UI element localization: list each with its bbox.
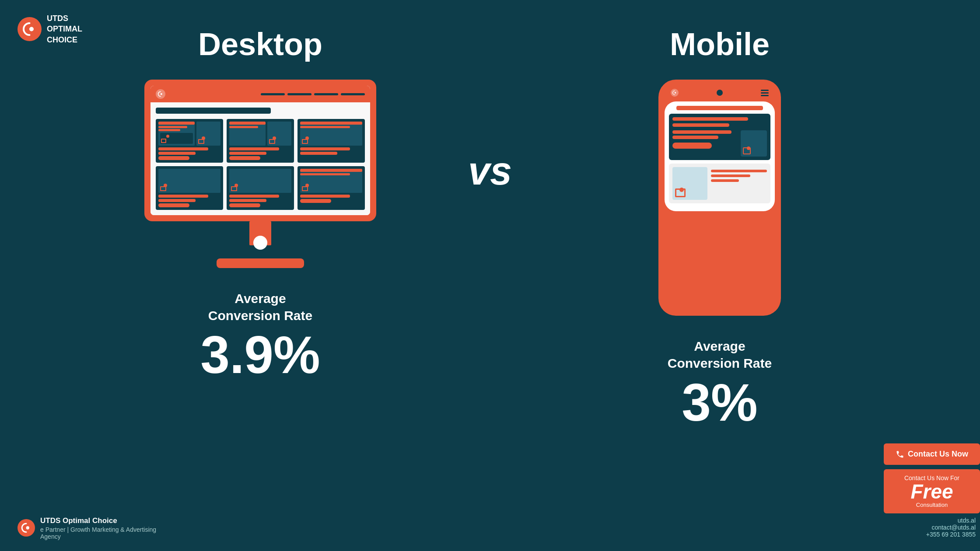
phone-camera [717, 90, 723, 96]
phone-card2-img [672, 167, 707, 200]
footer-area: UTDS Optimal Choice e Partner | Growth M… [18, 516, 156, 540]
footer-company: UTDS Optimal Choice [40, 516, 156, 526]
phone-menu-icon [761, 90, 769, 96]
cta-button-label: Contact Us Now [908, 450, 968, 459]
monitor-grid [156, 119, 365, 210]
main-content: Desktop [0, 0, 980, 551]
desktop-column: Desktop [96, 26, 424, 381]
phone-card-lines [672, 130, 738, 149]
svg-point-3 [161, 93, 162, 95]
contact-us-now-button[interactable]: Contact Us Now [884, 443, 980, 465]
monitor-topbar [150, 86, 370, 102]
mobile-stat-label: Average Conversion Rate [668, 338, 772, 372]
nav-line-4 [341, 93, 365, 95]
footer-tagline: e Partner | Growth Marketing & Advertisi… [40, 526, 156, 533]
mobile-column: Mobile [556, 26, 884, 429]
phone-card2-line-3 [711, 179, 739, 182]
mobile-stat-value: 3% [682, 376, 757, 429]
phone-screen [665, 101, 775, 211]
grid-card-5 [227, 166, 294, 210]
monitor-nav [261, 93, 365, 95]
monitor-screen [150, 86, 370, 215]
cta-email: contact@utds.al [926, 524, 976, 531]
desktop-title: Desktop [198, 26, 322, 62]
grid-card-1 [156, 119, 223, 163]
cta-contact-info: utds.al contact@utds.al +355 69 201 3855 [926, 517, 980, 538]
monitor-outer [144, 80, 376, 221]
monitor-dot [253, 236, 267, 250]
utds-logo-icon [18, 17, 42, 41]
phone-card-1 [669, 114, 770, 160]
monitor-content [150, 102, 370, 215]
svg-point-7 [26, 526, 29, 529]
monitor-header-bar [156, 108, 271, 114]
svg-point-1 [29, 27, 34, 31]
nav-line-2 [287, 93, 312, 95]
phone-notch [665, 86, 775, 100]
mobile-phone [658, 80, 781, 316]
phone-card-top [672, 130, 767, 157]
mobile-title: Mobile [670, 26, 770, 62]
phone-card2-line-2 [711, 174, 750, 177]
monitor-logo [156, 89, 165, 99]
grid-card-2 [227, 119, 294, 163]
cta-free-sub: Consultation [891, 502, 973, 508]
desktop-stat-value: 3.9% [200, 328, 320, 381]
phone-menu-line-1 [761, 90, 769, 91]
phone-logo-icon [671, 89, 679, 97]
nav-line-3 [314, 93, 338, 95]
cta-phone: +355 69 201 3855 [926, 531, 976, 538]
phone-card-2 [669, 164, 770, 203]
grid-card-6 [298, 166, 365, 210]
grid-card-3 [298, 119, 365, 163]
nav-line-1 [261, 93, 285, 95]
desktop-stat-label: Average Conversion Rate [208, 290, 312, 324]
footer-agency: Agency [40, 533, 156, 540]
cta-free-block: Contact Us Now For Free Consultation [884, 469, 980, 513]
svg-point-5 [675, 92, 676, 93]
phone-card2-lines [711, 167, 767, 200]
cta-website: utds.al [926, 517, 976, 524]
logo-area: UTDS OPTIMAL CHOICE [18, 13, 82, 45]
logo-text: UTDS OPTIMAL CHOICE [47, 13, 82, 45]
footer-text-block: UTDS Optimal Choice e Partner | Growth M… [40, 516, 156, 540]
monitor-stand [144, 221, 376, 268]
phone-topbar [676, 106, 763, 110]
phone-menu-line-3 [761, 95, 769, 96]
vs-column: vs [424, 26, 556, 194]
phone-menu-line-2 [761, 92, 769, 94]
vs-text: vs [468, 149, 512, 194]
phone-card-img [741, 130, 767, 157]
footer-logo-icon [18, 519, 35, 537]
cta-free-word: Free [891, 481, 973, 502]
phone-card2-line-1 [711, 170, 767, 172]
monitor-base [217, 258, 304, 268]
grid-card-4 [156, 166, 223, 210]
phone-cta-icon [896, 450, 904, 459]
desktop-monitor [144, 80, 376, 268]
cta-area: Contact Us Now Contact Us Now For Free C… [884, 443, 980, 538]
